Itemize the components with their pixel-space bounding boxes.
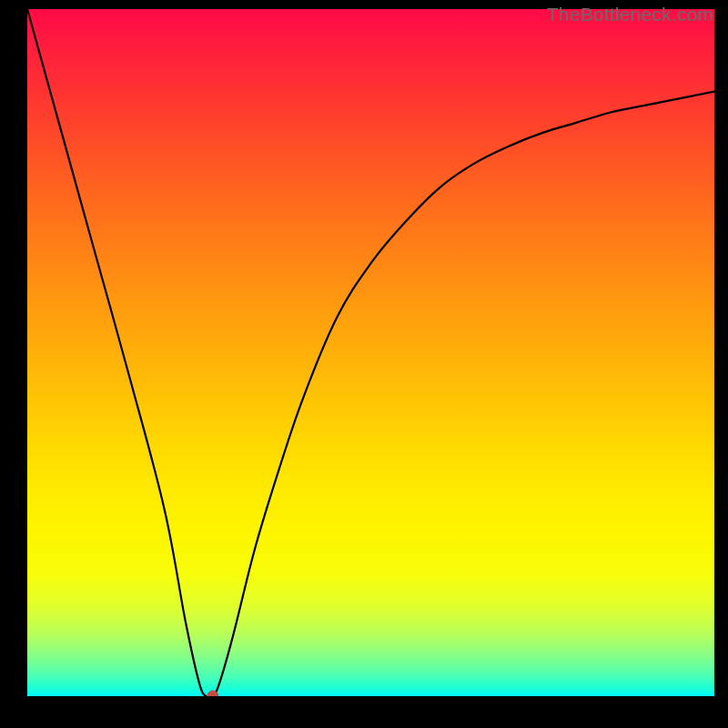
chart-frame: TheBottleneck.com (0, 0, 728, 728)
curve-svg (27, 9, 714, 696)
plot-area (27, 9, 714, 696)
bottleneck-curve-path (27, 9, 714, 696)
